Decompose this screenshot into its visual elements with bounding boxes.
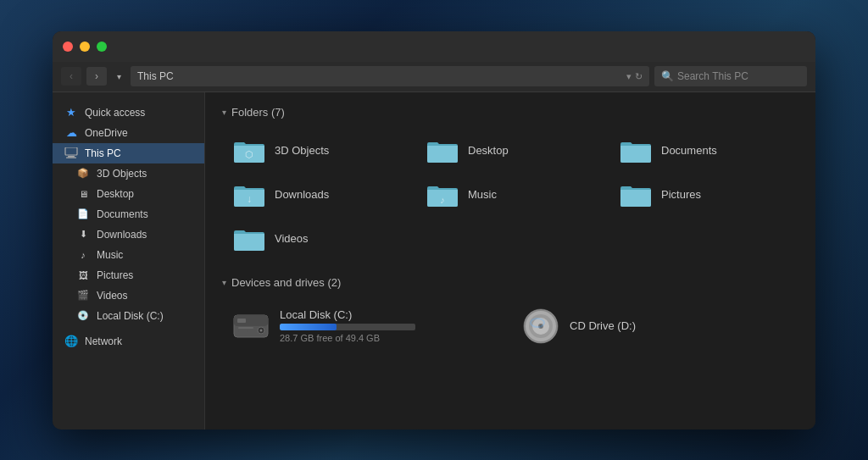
folder-grid: ⬡ 3D Objects Desktop	[222, 130, 798, 259]
folder-icon-documents	[619, 137, 653, 164]
folder-name-desktop: Desktop	[468, 144, 509, 157]
address-icons: ▾ ↻	[626, 71, 643, 82]
sidebar-item-quick-access[interactable]: ★ Quick access	[53, 103, 204, 123]
devices-grid: Local Disk (C:) 28.7 GB free of 49.4 GB	[222, 301, 798, 352]
nav-dropdown-button[interactable]: ▾	[112, 67, 125, 86]
cd-drive-name: CD Drive (D:)	[570, 319, 636, 332]
sidebar-label-3d-objects: 3D Objects	[97, 168, 147, 180]
sidebar-item-3d-objects[interactable]: 📦 3D Objects	[53, 163, 204, 184]
sidebar-item-pictures[interactable]: 🖼 Pictures	[53, 265, 204, 285]
device-cd-drive-d[interactable]: CD Drive (D:)	[512, 301, 798, 352]
folder-icon-pictures	[619, 181, 653, 208]
devices-section-header: ▾ Devices and drives (2)	[222, 276, 798, 289]
folder-pictures[interactable]: Pictures	[609, 175, 798, 215]
folder-icon-videos	[232, 225, 266, 252]
svg-rect-0	[65, 147, 77, 155]
network-icon: 🌐	[64, 335, 78, 348]
folders-chevron[interactable]: ▾	[222, 108, 226, 117]
sidebar-item-videos[interactable]: 🎬 Videos	[53, 285, 204, 306]
music-icon: ♪	[76, 248, 90, 262]
sidebar-item-onedrive[interactable]: ☁ OneDrive	[53, 123, 204, 143]
devices-chevron[interactable]: ▾	[222, 278, 226, 287]
folder-icon-music: ♪	[426, 181, 459, 208]
back-button[interactable]: ‹	[61, 67, 81, 86]
3d-icon: 📦	[76, 167, 90, 180]
computer-icon	[64, 147, 78, 160]
sidebar-item-documents[interactable]: 📄 Documents	[53, 204, 204, 224]
disk-progress-fill	[280, 324, 337, 330]
sidebar-item-this-pc[interactable]: This PC	[53, 143, 204, 163]
file-explorer-window: ‹ › ▾ This PC ▾ ↻ 🔍 Search This PC ★ Qui…	[53, 31, 815, 430]
folder-videos[interactable]: Videos	[222, 219, 412, 259]
sidebar-item-local-disk[interactable]: 💿 Local Disk (C:)	[53, 306, 204, 326]
svg-rect-2	[66, 157, 76, 158]
sidebar-label-videos: Videos	[97, 290, 127, 302]
svg-rect-1	[68, 156, 75, 158]
documents-icon: 📄	[76, 208, 90, 221]
forward-button[interactable]: ›	[86, 67, 107, 86]
svg-point-9	[260, 329, 263, 331]
sidebar-label-local-disk: Local Disk (C:)	[97, 310, 164, 322]
sidebar-label-pictures: Pictures	[97, 269, 133, 281]
maximize-button[interactable]	[97, 42, 107, 52]
svg-rect-10	[238, 327, 253, 329]
sidebar-item-downloads[interactable]: ⬇ Downloads	[53, 224, 204, 245]
devices-section-label: Devices and drives (2)	[231, 276, 341, 289]
titlebar	[53, 31, 815, 62]
search-bar[interactable]: 🔍 Search This PC	[654, 66, 807, 86]
sidebar-item-desktop[interactable]: 🖥 Desktop	[53, 184, 204, 204]
cd-drive-info: CD Drive (D:)	[570, 319, 636, 332]
hdd-icon	[232, 308, 270, 345]
sidebar-label-this-pc: This PC	[85, 147, 121, 159]
sidebar-label-desktop: Desktop	[97, 188, 134, 200]
svg-rect-12	[237, 319, 246, 323]
folder-icon-3d: ⬡	[232, 137, 266, 164]
sidebar-label-quick-access: Quick access	[85, 107, 145, 119]
sidebar-item-music[interactable]: ♪ Music	[53, 245, 204, 265]
search-placeholder: Search This PC	[677, 70, 748, 82]
folder-desktop[interactable]: Desktop	[415, 130, 605, 171]
dropdown-icon[interactable]: ▾	[626, 71, 632, 82]
folder-name-documents: Documents	[661, 144, 717, 157]
videos-icon: 🎬	[76, 289, 90, 302]
folder-music[interactable]: ♪ Music	[415, 175, 605, 215]
cloud-icon: ☁	[64, 126, 78, 140]
cd-icon	[522, 308, 559, 345]
desktop-icon: 🖥	[76, 187, 90, 201]
navbar: ‹ › ▾ This PC ▾ ↻ 🔍 Search This PC	[53, 62, 815, 92]
folder-name-videos: Videos	[275, 232, 309, 245]
downloads-icon: ⬇	[76, 228, 90, 241]
sidebar-label-downloads: Downloads	[97, 229, 147, 241]
folder-icon-downloads: ↓	[232, 181, 266, 208]
sidebar-item-network[interactable]: 🌐 Network	[53, 331, 204, 352]
folders-section-label: Folders (7)	[231, 106, 285, 119]
device-local-disk-c[interactable]: Local Disk (C:) 28.7 GB free of 49.4 GB	[222, 301, 509, 352]
local-disk-space: 28.7 GB free of 49.4 GB	[280, 333, 415, 343]
folder-documents[interactable]: Documents	[609, 130, 798, 171]
svg-text:♪: ♪	[440, 195, 445, 205]
svg-text:⬡: ⬡	[245, 149, 253, 159]
folder-icon-desktop	[426, 137, 459, 164]
disk-progress-bar	[280, 324, 415, 330]
close-button[interactable]	[63, 42, 73, 52]
svg-rect-11	[238, 330, 248, 332]
folder-name-3d-objects: 3D Objects	[275, 144, 329, 157]
local-disk-name: Local Disk (C:)	[280, 308, 415, 321]
minimize-button[interactable]	[80, 42, 90, 52]
folder-3d-objects[interactable]: ⬡ 3D Objects	[222, 130, 412, 171]
refresh-icon[interactable]: ↻	[635, 71, 643, 82]
folder-name-pictures: Pictures	[661, 188, 701, 201]
sidebar-label-onedrive: OneDrive	[85, 127, 128, 139]
main-panel: ▾ Folders (7) ⬡ 3D Objects	[205, 92, 815, 430]
local-disk-info: Local Disk (C:) 28.7 GB free of 49.4 GB	[280, 308, 415, 343]
address-text: This PC	[137, 70, 621, 82]
search-icon: 🔍	[661, 70, 674, 82]
folder-name-music: Music	[468, 188, 497, 201]
sidebar-label-network: Network	[85, 335, 122, 347]
address-bar[interactable]: This PC ▾ ↻	[131, 66, 649, 86]
sidebar-section-main: ★ Quick access ☁ OneDrive Thi	[53, 103, 204, 352]
folder-downloads[interactable]: ↓ Downloads	[222, 175, 412, 215]
sidebar-label-music: Music	[97, 249, 123, 261]
disk-icon: 💿	[76, 309, 90, 323]
pictures-icon: 🖼	[76, 269, 90, 282]
